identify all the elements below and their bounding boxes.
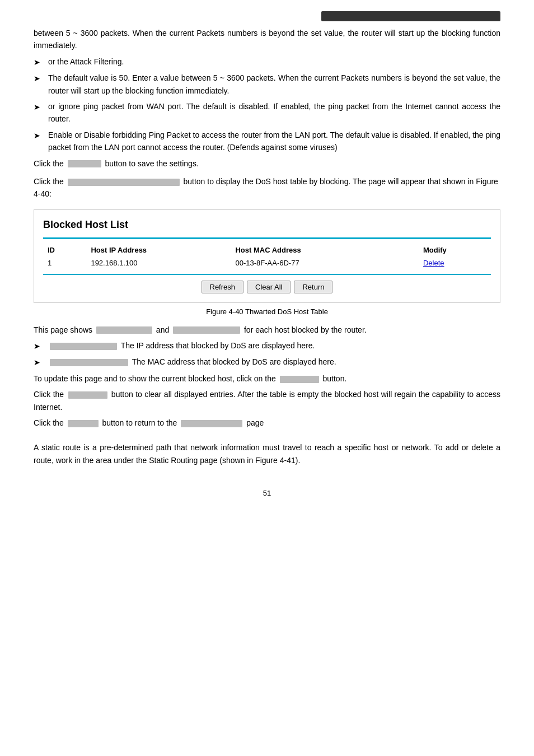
col-header-modify: Modify	[419, 244, 491, 256]
refresh-button[interactable]: Refresh	[202, 281, 244, 293]
top-bar	[34, 11, 500, 21]
bullet-item-1: ➤ or the Attack Filtering.	[34, 55, 500, 68]
bullet-arrow-1: ➤	[34, 56, 45, 68]
clear-all-button[interactable]: Clear All	[247, 281, 291, 293]
page-name-placeholder	[181, 420, 242, 427]
bullet-arrow-2: ➤	[34, 72, 45, 97]
shows-ip-placeholder	[96, 326, 152, 334]
return-label-placeholder	[68, 420, 99, 427]
ip-label-placeholder	[50, 343, 117, 350]
bullet-arrow-mac: ➤	[34, 356, 45, 368]
figure-caption: Figure 4-40 Thwarted DoS Host Table	[34, 307, 500, 316]
table-divider-bottom	[43, 274, 491, 275]
shows-mac-placeholder	[173, 326, 240, 334]
delete-link[interactable]: Delete	[423, 259, 444, 267]
paragraph-1: between 5 ~ 3600 packets. When the curre…	[34, 27, 500, 52]
dos-button-placeholder	[68, 179, 180, 186]
bullet-arrow-ip: ➤	[34, 340, 45, 352]
bullet-item-3: ➤ or ignore ping packet from WAN port. T…	[34, 100, 500, 125]
col-header-mac: Host MAC Address	[231, 244, 418, 256]
clear-line: Click the button to clear all displayed …	[34, 388, 500, 413]
clear-label-placeholder	[68, 391, 107, 399]
return-line: Click the button to return to the page	[34, 417, 500, 429]
bullet-text-ip: The IP address that blocked by DoS are d…	[48, 339, 500, 352]
return-button[interactable]: Return	[294, 281, 332, 293]
col-header-id: ID	[43, 244, 86, 256]
save-button-placeholder	[68, 160, 101, 167]
update-line: To update this page and to show the curr…	[34, 372, 500, 385]
col-header-ip: Host IP Address	[86, 244, 231, 256]
click-line-1: Click the button to save the settings.	[34, 157, 500, 170]
refresh-label-placeholder	[280, 376, 319, 383]
bullet-text-1: or the Attack Filtering.	[48, 55, 500, 68]
table-row: 1 192.168.1.100 00-13-8F-AA-6D-77 Delete	[43, 256, 491, 269]
bullet-arrow-3: ➤	[34, 101, 45, 125]
top-bar-line	[321, 11, 500, 21]
table-buttons: Refresh Clear All Return	[43, 281, 491, 293]
host-table: ID Host IP Address Host MAC Address Modi…	[43, 244, 491, 269]
bullet-arrow-4: ➤	[34, 129, 45, 154]
bullet-item-ip: ➤ The IP address that blocked by DoS are…	[34, 339, 500, 352]
cell-id: 1	[43, 256, 86, 269]
static-routing-paragraph: A static route is a pre-determined path …	[34, 441, 500, 466]
bullet-item-4: ➤ Enable or Disable forbidding Ping Pack…	[34, 129, 500, 154]
bullet-text-3: or ignore ping packet from WAN port. The…	[48, 100, 500, 125]
bullet-text-mac: The MAC address that blocked by DoS are …	[48, 356, 500, 368]
table-title: Blocked Host List	[43, 219, 491, 231]
bullet-item-mac: ➤ The MAC address that blocked by DoS ar…	[34, 356, 500, 368]
bullet-text-4: Enable or Disable forbidding Ping Packet…	[48, 129, 500, 154]
bullet-text-2: The default value is 50. Enter a value b…	[48, 72, 500, 97]
cell-modify: Delete	[419, 256, 491, 269]
cell-mac: 00-13-8F-AA-6D-77	[231, 256, 418, 269]
click-line-2: Click the button to display the DoS host…	[34, 175, 500, 200]
bullet-item-2: ➤ The default value is 50. Enter a value…	[34, 72, 500, 97]
page-number: 51	[34, 489, 500, 497]
cell-ip: 192.168.1.100	[86, 256, 231, 269]
blocked-host-list-container: Blocked Host List ID Host IP Address Hos…	[34, 209, 500, 303]
table-divider-top	[43, 237, 491, 239]
page-shows-line: This page shows and for each host blocke…	[34, 324, 500, 336]
mac-label-placeholder	[50, 359, 128, 366]
